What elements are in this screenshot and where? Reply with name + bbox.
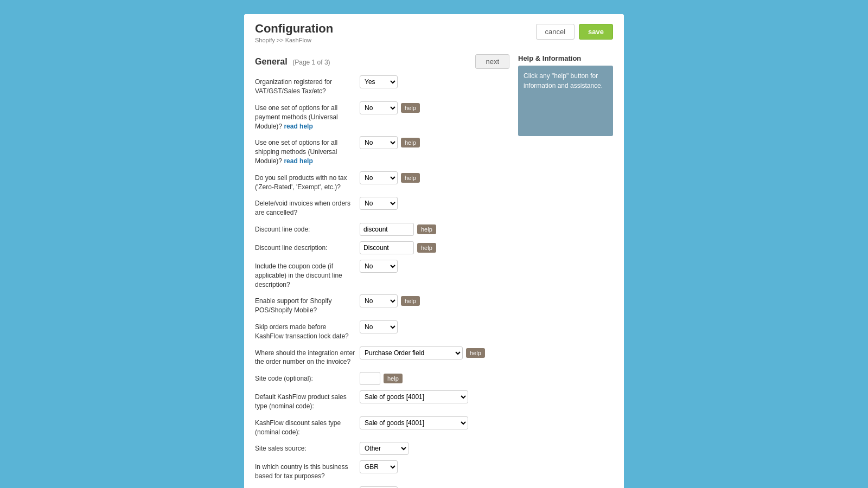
coupon-control: No Yes: [360, 260, 509, 273]
content-area: General (Page 1 of 3) next Organization …: [244, 49, 624, 488]
save-button[interactable]: save: [579, 24, 613, 40]
shopify-pos-help-button[interactable]: help: [401, 296, 420, 306]
discount-sales-row: KashFlow discount sales type (nominal co…: [255, 416, 509, 437]
help-title: Help & Information: [518, 54, 613, 62]
skip-orders-control: No Yes: [360, 320, 509, 333]
header-buttons: cancel save: [536, 24, 614, 40]
shopify-pos-label: Enable support for Shopify POS/Shopify M…: [255, 294, 355, 315]
zero-tax-select[interactable]: No Yes: [360, 171, 398, 184]
cancel-button[interactable]: cancel: [536, 24, 575, 40]
site-sales-label: Site sales source:: [255, 442, 355, 453]
zero-tax-row: Do you sell products with no tax ('Zero-…: [255, 171, 509, 192]
payment-control: No Yes help: [360, 101, 509, 114]
zero-tax-label: Do you sell products with no tax ('Zero-…: [255, 171, 355, 192]
shipping-select[interactable]: No Yes: [360, 136, 398, 149]
country-control: GBR USA AUS: [360, 460, 509, 473]
discount-sales-control: Sale of goods [4001] Sales [4000]: [360, 416, 509, 429]
page-title: Configuration: [255, 22, 333, 36]
order-number-control: Purchase Order field Invoice Reference N…: [360, 346, 509, 359]
payment-label: Use one set of options for all payment m…: [255, 101, 355, 131]
payment-read-help-link[interactable]: read help: [284, 123, 312, 130]
site-code-help-button[interactable]: help: [384, 374, 403, 383]
vat-control: Yes No: [360, 75, 509, 88]
section-title: General: [255, 57, 288, 66]
shipping-label: Use one set of options for all shipping …: [255, 136, 355, 165]
next-button[interactable]: next: [475, 54, 509, 69]
discount-code-control: help: [360, 223, 509, 236]
payment-row: Use one set of options for all payment m…: [255, 101, 509, 131]
site-sales-select[interactable]: Other Amazon eBay Shopify: [360, 442, 409, 455]
skip-orders-row: Skip orders made before KashFlow transac…: [255, 320, 509, 341]
site-code-row: Site code (optional): help: [255, 372, 509, 385]
help-box: Click any "help" button for information …: [518, 66, 613, 136]
country-row: In which country is this business based …: [255, 460, 509, 481]
vat-label: Organization registered for VAT/GST/Sale…: [255, 75, 355, 96]
coupon-label: Include the coupon code (if applicable) …: [255, 260, 355, 289]
delete-invoices-row: Delete/void invoices when orders are can…: [255, 197, 509, 217]
default-product-select[interactable]: Sale of goods [4001] Sales [4000]: [360, 390, 468, 403]
shipping-help-button[interactable]: help: [401, 138, 420, 147]
site-code-input[interactable]: [360, 372, 380, 385]
zero-tax-control: No Yes help: [360, 171, 509, 184]
help-panel: Help & Information Click any "help" butt…: [518, 49, 613, 488]
skip-orders-select[interactable]: No Yes: [360, 320, 398, 333]
discount-desc-help-button[interactable]: help: [417, 243, 436, 253]
help-body-text: Click any "help" button for information …: [524, 72, 603, 89]
form-section: General (Page 1 of 3) next Organization …: [255, 49, 509, 488]
discount-code-input[interactable]: [360, 223, 414, 236]
default-product-row: Default KashFlow product sales type (nom…: [255, 390, 509, 411]
shipping-row: Use one set of options for all shipping …: [255, 136, 509, 165]
delete-invoices-label: Delete/void invoices when orders are can…: [255, 197, 355, 217]
default-product-label: Default KashFlow product sales type (nom…: [255, 390, 355, 411]
shopify-pos-select[interactable]: No Yes: [360, 294, 398, 307]
breadcrumb: Shopify >> KashFlow: [255, 37, 333, 43]
delete-invoices-select[interactable]: No Yes: [360, 197, 398, 210]
discount-code-row: Discount line code: help: [255, 223, 509, 236]
coupon-row: Include the coupon code (if applicable) …: [255, 260, 509, 289]
vat-select[interactable]: Yes No: [360, 75, 398, 88]
coupon-select[interactable]: No Yes: [360, 260, 398, 273]
site-sales-control: Other Amazon eBay Shopify: [360, 442, 509, 455]
discount-desc-row: Discount line description: help: [255, 241, 509, 254]
payment-help-button[interactable]: help: [401, 103, 420, 113]
discount-sales-label: KashFlow discount sales type (nominal co…: [255, 416, 355, 437]
discount-desc-control: help: [360, 241, 509, 254]
skip-orders-label: Skip orders made before KashFlow transac…: [255, 320, 355, 341]
header: Configuration Shopify >> KashFlow cancel…: [244, 14, 624, 49]
order-number-row: Where should the integration enter the o…: [255, 346, 509, 367]
site-code-label: Site code (optional):: [255, 372, 355, 383]
section-subtitle: (Page 1 of 3): [292, 59, 330, 66]
country-label: In which country is this business based …: [255, 460, 355, 481]
section-header: General (Page 1 of 3) next: [255, 49, 509, 69]
order-number-label: Where should the integration enter the o…: [255, 346, 355, 367]
country-select[interactable]: GBR USA AUS: [360, 460, 398, 473]
order-number-select[interactable]: Purchase Order field Invoice Reference N…: [360, 346, 463, 359]
payment-select[interactable]: No Yes: [360, 101, 398, 114]
discount-code-label: Discount line code:: [255, 223, 355, 234]
zero-tax-help-button[interactable]: help: [401, 173, 420, 183]
default-product-control: Sale of goods [4001] Sales [4000]: [360, 390, 509, 403]
discount-sales-select[interactable]: Sale of goods [4001] Sales [4000]: [360, 416, 468, 429]
shopify-pos-control: No Yes help: [360, 294, 509, 307]
shopify-pos-row: Enable support for Shopify POS/Shopify M…: [255, 294, 509, 315]
order-number-help-button[interactable]: help: [466, 348, 485, 358]
discount-desc-input[interactable]: [360, 241, 414, 254]
shipping-read-help-link[interactable]: read help: [284, 157, 312, 165]
site-code-control: help: [360, 372, 509, 385]
vat-row: Organization registered for VAT/GST/Sale…: [255, 75, 509, 96]
site-sales-row: Site sales source: Other Amazon eBay Sho…: [255, 442, 509, 455]
shipping-control: No Yes help: [360, 136, 509, 149]
discount-desc-label: Discount line description:: [255, 241, 355, 253]
discount-code-help-button[interactable]: help: [417, 224, 436, 234]
delete-invoices-control: No Yes: [360, 197, 509, 210]
